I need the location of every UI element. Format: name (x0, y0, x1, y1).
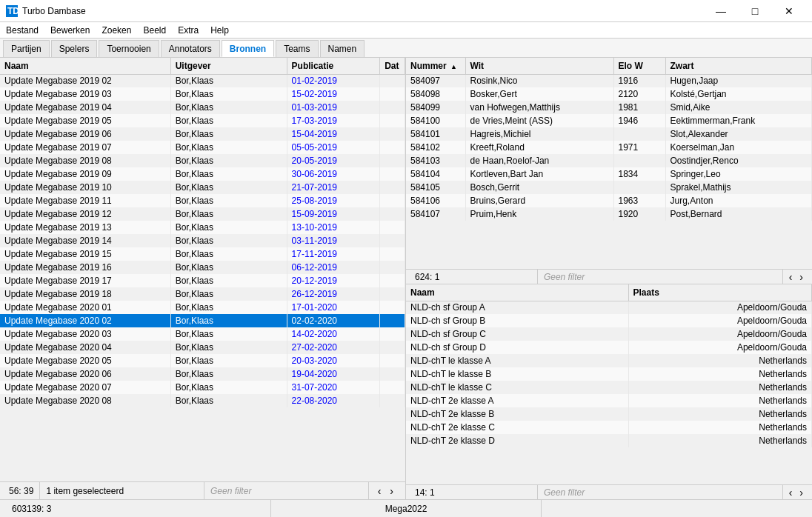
left-cell-uitgever: Bor,Klaas (170, 327, 287, 341)
right-lower-table-row[interactable]: NLD-chT 2e klasse CNetherlands (406, 421, 812, 434)
right-upper-table-row[interactable]: 584097Rosink,Nico1916Hugen,Jaap (406, 74, 812, 87)
left-table-row[interactable]: Update Megabase 2019 18Bor,Klaas26-12-20… (0, 287, 405, 301)
title-bar-controls[interactable]: — □ ✕ (704, 0, 806, 22)
right-lower-table-row[interactable]: NLD-chT 2e klasse ANetherlands (406, 394, 812, 407)
tab-spelers[interactable]: Spelers (51, 40, 98, 57)
maximize-button[interactable]: □ (738, 0, 772, 22)
right-lower-table-row[interactable]: NLD-chT le klasse CNetherlands (406, 381, 812, 394)
right-lower-table-row[interactable]: NLD-ch sf Group BApeldoorn/Gouda (406, 314, 812, 327)
left-cell-dat (380, 287, 405, 301)
close-button[interactable]: ✕ (772, 0, 806, 22)
left-cell-uitgever: Bor,Klaas (170, 341, 287, 354)
left-table-row[interactable]: Update Megabase 2019 07Bor,Klaas05-05-20… (0, 141, 405, 154)
menu-bestand[interactable]: Bestand (0, 22, 44, 39)
right-upper-nav[interactable]: ‹ › (783, 271, 809, 283)
right-lower-table-row[interactable]: NLD-chT 2e klasse BNetherlands (406, 407, 812, 421)
left-table-row[interactable]: Update Megabase 2019 04Bor,Klaas01-03-20… (0, 101, 405, 114)
tab-annotators[interactable]: Annotators (161, 40, 220, 57)
left-cell-naam: Update Megabase 2019 16 (0, 261, 170, 274)
left-cell-dat (380, 141, 405, 154)
right-lower-nav-next[interactable]: › (796, 487, 806, 498)
left-table-row[interactable]: Update Megabase 2019 02Bor,Klaas01-02-20… (0, 74, 405, 87)
right-lower-table-row[interactable]: NLD-ch sf Group AApeldoorn/Gouda (406, 301, 812, 314)
left-table-row[interactable]: Update Megabase 2019 17Bor,Klaas20-12-20… (0, 274, 405, 287)
right-col-elow[interactable]: Elo W (613, 58, 665, 74)
right-upper-cell-elow: 1920 (613, 207, 665, 221)
left-nav-prev[interactable]: ‹ (375, 485, 385, 497)
left-nav-next[interactable]: › (387, 485, 396, 497)
left-cell-publicatie: 17-11-2019 (287, 247, 380, 261)
right-lower-table-container[interactable]: Naam Plaats NLD-ch sf Group AApeldoorn/G… (406, 284, 812, 484)
left-table-row[interactable]: Update Megabase 2019 05Bor,Klaas17-03-20… (0, 114, 405, 127)
right-upper-nav-prev[interactable]: ‹ (786, 271, 796, 283)
right-lower-table-row[interactable]: NLD-chT le klasse ANetherlands (406, 354, 812, 367)
right-upper-table-row[interactable]: 584103de Haan,Roelof-JanOostindjer,Renco (406, 154, 812, 167)
tab-namen[interactable]: Namen (320, 40, 365, 57)
right-lower-table-row[interactable]: NLD-chT 2e klasse DNetherlands (406, 434, 812, 447)
left-table-row[interactable]: Update Megabase 2020 05Bor,Klaas20-03-20… (0, 354, 405, 367)
left-nav[interactable]: ‹ › (369, 482, 402, 499)
left-col-uitgever[interactable]: Uitgever (170, 58, 287, 74)
right-upper-table-row[interactable]: 584102Kreeft,Roland1971Koerselman,Jan (406, 141, 812, 154)
right-lower-table-row[interactable]: NLD-ch sf Group CApeldoorn/Gouda (406, 327, 812, 341)
left-table-row[interactable]: Update Megabase 2019 13Bor,Klaas13-10-20… (0, 221, 405, 234)
right-col-wit[interactable]: Wit (465, 58, 613, 74)
left-table-row[interactable]: Update Megabase 2019 10Bor,Klaas21-07-20… (0, 181, 405, 194)
right-upper-table-row[interactable]: 584104Kortleven,Bart Jan1834Springer,Leo (406, 167, 812, 181)
tab-bronnen[interactable]: Bronnen (222, 40, 274, 57)
right-col-nummer[interactable]: Nummer ▲ (406, 58, 465, 74)
left-cell-naam: Update Megabase 2019 10 (0, 181, 170, 194)
left-cell-naam: Update Megabase 2020 01 (0, 301, 170, 314)
left-table-row[interactable]: Update Megabase 2019 14Bor,Klaas03-11-20… (0, 234, 405, 247)
left-table-row[interactable]: Update Megabase 2019 06Bor,Klaas15-04-20… (0, 127, 405, 141)
left-cell-dat (380, 381, 405, 394)
right-upper-table-row[interactable]: 584099van Hofwegen,Matthijs1981Smid,Aike (406, 101, 812, 114)
left-table-container[interactable]: Naam Uitgever Publicatie Dat Update Mega… (0, 58, 405, 481)
left-table-row[interactable]: Update Megabase 2020 04Bor,Klaas27-02-20… (0, 341, 405, 354)
right-upper-table-row[interactable]: 584106Bruins,Gerard1963Jurg,Anton (406, 194, 812, 207)
minimize-button[interactable]: — (704, 0, 738, 22)
left-table-row[interactable]: Update Megabase 2020 06Bor,Klaas19-04-20… (0, 367, 405, 381)
left-col-naam[interactable]: Naam (0, 58, 170, 74)
left-cell-uitgever: Bor,Klaas (170, 167, 287, 181)
left-table-row[interactable]: Update Megabase 2019 11Bor,Klaas25-08-20… (0, 194, 405, 207)
menu-bewerken[interactable]: Bewerken (44, 22, 96, 39)
left-table-row[interactable]: Update Megabase 2019 15Bor,Klaas17-11-20… (0, 247, 405, 261)
right-lower-nav-prev[interactable]: ‹ (786, 487, 796, 498)
right-lower-status: 14: 1 Geen filter ‹ › (406, 484, 812, 499)
left-table-row[interactable]: Update Megabase 2020 08Bor,Klaas22-08-20… (0, 394, 405, 407)
left-table-row[interactable]: Update Megabase 2019 08Bor,Klaas20-05-20… (0, 154, 405, 167)
menu-zoeken[interactable]: Zoeken (96, 22, 137, 39)
right-upper-table-container[interactable]: Nummer ▲ Wit Elo W Zwart 584097Rosink,Ni… (406, 58, 812, 269)
left-table-row[interactable]: Update Megabase 2020 01Bor,Klaas17-01-20… (0, 301, 405, 314)
left-table-row[interactable]: Update Megabase 2020 03Bor,Klaas14-02-20… (0, 327, 405, 341)
tab-teams[interactable]: Teams (276, 40, 318, 57)
right-upper-table-row[interactable]: 584100de Vries,Meint (ASS)1946Eektimmerm… (406, 114, 812, 127)
right-upper-table-row[interactable]: 584098Bosker,Gert2120Kolsté,Gertjan (406, 87, 812, 101)
left-table-row[interactable]: Update Megabase 2020 07Bor,Klaas31-07-20… (0, 381, 405, 394)
right-lower-col-naam[interactable]: Naam (406, 284, 628, 301)
left-cell-uitgever: Bor,Klaas (170, 381, 287, 394)
left-col-publicatie[interactable]: Publicatie (287, 58, 380, 74)
left-table-row[interactable]: Update Megabase 2019 12Bor,Klaas15-09-20… (0, 207, 405, 221)
left-table-row[interactable]: Update Megabase 2019 09Bor,Klaas30-06-20… (0, 167, 405, 181)
right-lower-table-row[interactable]: NLD-chT le klasse BNetherlands (406, 367, 812, 381)
menu-beeld[interactable]: Beeld (137, 22, 172, 39)
menu-extra[interactable]: Extra (172, 22, 204, 39)
left-table-row[interactable]: Update Megabase 2019 16Bor,Klaas06-12-20… (0, 261, 405, 274)
tab-partijen[interactable]: Partijen (3, 40, 50, 57)
right-lower-nav[interactable]: ‹ › (783, 487, 809, 498)
left-col-dat[interactable]: Dat (380, 58, 405, 74)
menu-help[interactable]: Help (204, 22, 235, 39)
left-table-row[interactable]: Update Megabase 2019 03Bor,Klaas15-02-20… (0, 87, 405, 101)
tab-toernooien[interactable]: Toernooien (99, 40, 159, 57)
right-lower-col-plaats[interactable]: Plaats (628, 284, 812, 301)
left-table-row[interactable]: Update Megabase 2020 02Bor,Klaas02-02-20… (0, 314, 405, 327)
right-upper-nav-next[interactable]: › (796, 271, 806, 283)
right-lower-table-row[interactable]: NLD-ch sf Group DApeldoorn/Gouda (406, 341, 812, 354)
right-upper-table-row[interactable]: 584107Pruim,Henk1920Post,Bernard (406, 207, 812, 221)
right-col-zwart[interactable]: Zwart (665, 58, 812, 74)
right-upper-table-row[interactable]: 584105Bosch,GerritSprakel,Mathijs (406, 181, 812, 194)
left-cell-publicatie: 14-02-2020 (287, 327, 380, 341)
right-upper-table-row[interactable]: 584101Hagreis,MichielSlot,Alexander (406, 127, 812, 141)
